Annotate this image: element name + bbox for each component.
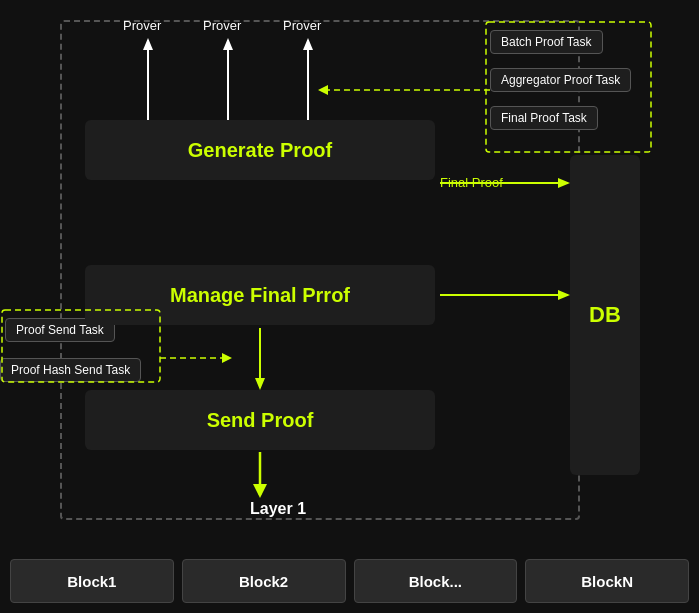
block-ellipsis-button[interactable]: Block... (354, 559, 518, 603)
generate-proof-box: Generate Proof (85, 120, 435, 180)
db-box: DB (570, 155, 640, 475)
block1-button[interactable]: Block1 (10, 559, 174, 603)
send-proof-box: Send Proof (85, 390, 435, 450)
diagram-container: Prover Prover Prover Batch Proof Task Ag… (0, 0, 699, 613)
manage-proof-label: Manage Final Prrof (170, 284, 350, 307)
batch-proof-task: Batch Proof Task (490, 30, 603, 54)
prover-label-1: Prover (123, 18, 161, 33)
manage-proof-box: Manage Final Prrof (85, 265, 435, 325)
proof-hash-send-task: Proof Hash Send Task (0, 358, 141, 382)
generate-proof-label: Generate Proof (188, 139, 332, 162)
prover-label-2: Prover (203, 18, 241, 33)
send-proof-label: Send Proof (207, 409, 314, 432)
final-proof-task: Final Proof Task (490, 106, 598, 130)
db-label: DB (589, 302, 621, 328)
layer1-label: Layer 1 (250, 500, 306, 518)
aggregator-proof-task: Aggregator Proof Task (490, 68, 631, 92)
final-proof-arrow-label: Final Proof (440, 175, 503, 190)
blocks-row: Block1 Block2 Block... BlockN (10, 559, 689, 603)
blockn-button[interactable]: BlockN (525, 559, 689, 603)
prover-label-3: Prover (283, 18, 321, 33)
block2-button[interactable]: Block2 (182, 559, 346, 603)
